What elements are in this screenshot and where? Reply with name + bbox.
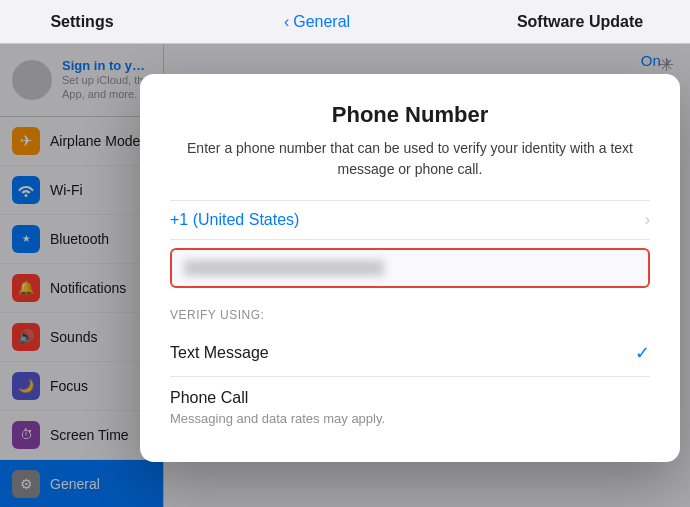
text-message-checkmark: ✓ xyxy=(635,342,650,364)
back-chevron-icon: ‹ xyxy=(284,13,289,31)
phone-input-field[interactable] xyxy=(170,248,650,288)
country-chevron-icon: › xyxy=(645,211,650,229)
text-message-option[interactable]: Text Message ✓ xyxy=(170,330,650,377)
phone-call-label: Phone Call xyxy=(170,389,248,407)
verify-note: Messaging and data rates may apply. xyxy=(170,411,385,426)
country-label: +1 (United States) xyxy=(170,211,299,229)
sidebar-title: Settings xyxy=(0,13,164,31)
modal-description: Enter a phone number that can be used to… xyxy=(170,138,650,180)
page-title: Software Update xyxy=(470,13,690,31)
country-selector[interactable]: +1 (United States) › xyxy=(170,200,650,240)
top-bar: Settings ‹ General Software Update xyxy=(0,0,690,44)
phone-number-value xyxy=(184,260,384,276)
back-label[interactable]: General xyxy=(293,13,350,31)
text-message-label: Text Message xyxy=(170,344,269,362)
main-content: Sign in to your iPa Set up iCloud, the A… xyxy=(0,44,690,507)
verify-section-label: VERIFY USING: xyxy=(170,308,650,322)
modal-title: Phone Number xyxy=(170,102,650,128)
phone-call-option[interactable]: Phone Call Messaging and data rates may … xyxy=(170,377,650,438)
back-navigation[interactable]: ‹ General xyxy=(164,13,470,31)
phone-number-modal: Phone Number Enter a phone number that c… xyxy=(140,74,680,462)
